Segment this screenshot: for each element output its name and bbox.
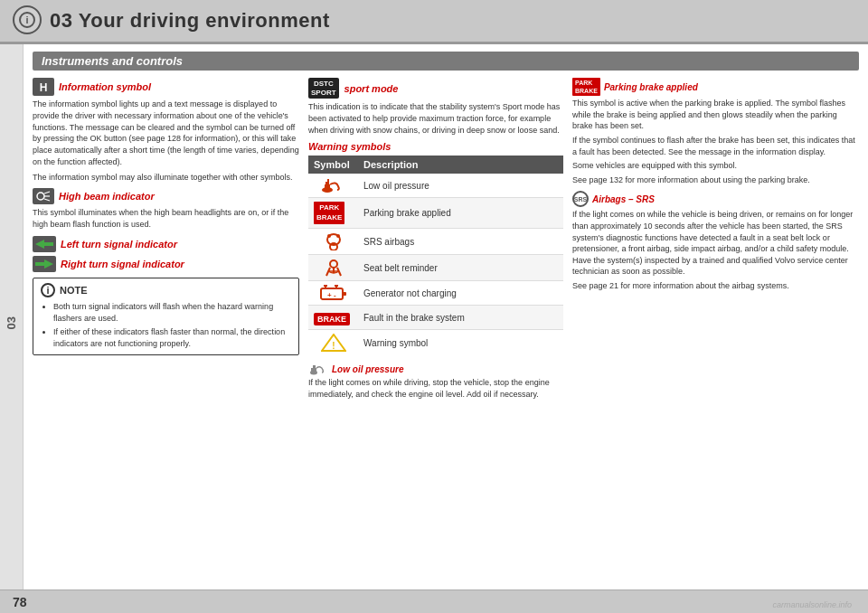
parking-brake-heading-row: PARKBRAKE Parking brake applied	[572, 78, 859, 96]
parking-brake-body4: See page 132 for more information about …	[572, 174, 859, 186]
svg-point-21	[330, 260, 337, 268]
section-header: Instruments and controls	[33, 52, 859, 71]
generator-label: Generator not charging	[358, 281, 563, 306]
parking-brake-body1: This symbol is active when the parking b…	[572, 98, 859, 132]
svg-rect-15	[327, 179, 329, 183]
watermark: carmanualsonline.info	[772, 600, 852, 609]
svg-rect-9	[44, 242, 53, 246]
brake-label: Fault in the brake system	[358, 306, 563, 330]
left-turn-label: Left turn signal indicator	[61, 239, 177, 250]
left-turn-row: Left turn signal indicator	[33, 236, 299, 252]
oil-pressure-bottom-body: If the light comes on while driving, sto…	[308, 377, 563, 400]
srs-label: SRS airbags	[358, 229, 563, 255]
svg-text:H: H	[40, 81, 48, 94]
table-row-brake: BRAKE Fault in the brake system	[308, 306, 563, 330]
middle-column: DSTCSPORT sport mode This indication is …	[308, 78, 563, 591]
table-row-oil: Low oil pressure	[308, 174, 563, 198]
dstc-heading-row: DSTCSPORT sport mode	[308, 78, 563, 99]
svg-line-5	[44, 192, 50, 193]
table-row-generator: + - Generator not charging	[308, 281, 563, 306]
chapter-icon: i	[13, 5, 42, 34]
generator-icon: + -	[314, 285, 353, 301]
svg-rect-27	[343, 292, 346, 296]
note-box: i NOTE Both turn signal indicators will …	[33, 278, 299, 355]
parking-brake-body2: If the symbol continues to flash after t…	[572, 135, 859, 157]
note-item-2: If either of these indicators flash fast…	[53, 326, 291, 350]
airbag-heading-icon: SRS	[572, 191, 589, 207]
note-header-row: i NOTE	[41, 283, 291, 297]
airbag-body1: If the light comes on while the vehicle …	[572, 209, 859, 278]
belt-icon	[314, 259, 353, 277]
oil-pressure-bottom-heading-text: Low oil pressure	[332, 364, 403, 374]
svg-rect-37	[313, 365, 316, 368]
note-list: Both turn signal indicators will flash w…	[53, 301, 291, 350]
note-icon: i	[41, 283, 55, 297]
svg-point-4	[37, 193, 44, 200]
info-symbol-body2: The information symbol may also illumina…	[33, 172, 299, 184]
brake-icon: BRAKE	[314, 313, 350, 325]
info-symbol-icon: H	[33, 78, 54, 96]
table-row-warning: ! Warning symbol	[308, 330, 563, 356]
parking-brake-icon: PARKBRAKE	[314, 202, 344, 224]
warning-symbols-table: Symbol Description	[308, 156, 563, 355]
warning-label: Warning symbol	[358, 330, 563, 356]
srs-icon	[314, 232, 353, 250]
table-row-srs: SRS airbags	[308, 229, 563, 255]
note-heading: NOTE	[60, 285, 88, 296]
svg-point-19	[336, 234, 340, 238]
high-beam-icon	[33, 188, 54, 204]
table-header-symbol: Symbol	[308, 156, 358, 174]
svg-point-18	[327, 234, 331, 238]
info-symbol-heading: Information symbol	[59, 81, 151, 92]
parking-brake-body3: Some vehicles are equipped with this sym…	[572, 160, 859, 172]
page-number: 78	[13, 595, 27, 609]
svg-marker-8	[35, 240, 44, 249]
parking-brake-heading-text: Parking brake applied	[604, 82, 698, 92]
table-row-park: PARKBRAKE Parking brake applied	[308, 198, 563, 229]
svg-rect-36	[311, 368, 316, 373]
left-turn-icon	[33, 236, 56, 252]
svg-text:+ -: + -	[327, 291, 336, 299]
oil-pressure-label: Low oil pressure	[358, 174, 563, 198]
left-column: H Information symbol The information sym…	[33, 78, 299, 591]
svg-text:i: i	[25, 14, 28, 25]
airbag-heading-text: Airbags – SRS	[592, 194, 655, 204]
table-header-description: Description	[358, 156, 563, 174]
right-turn-icon	[33, 256, 56, 272]
warning-symbols-heading: Warning symbols	[308, 141, 563, 152]
info-symbol-heading-row: H Information symbol	[33, 78, 299, 96]
parking-brake-heading-icon: PARKBRAKE	[572, 78, 600, 96]
note-item-1: Both turn signal indicators will flash w…	[53, 301, 291, 325]
table-row-belt: Seat belt reminder	[308, 255, 563, 281]
info-symbol-body: The information symbol lights up and a t…	[33, 99, 299, 168]
belt-label: Seat belt reminder	[358, 255, 563, 281]
dstc-badge: DSTCSPORT	[308, 78, 339, 99]
high-beam-heading: High beam indicator	[59, 191, 155, 202]
dstc-heading-label: sport mode	[344, 83, 399, 94]
main-content: 03 Instruments and controls H Informatio…	[0, 44, 868, 601]
high-beam-heading-row: High beam indicator	[33, 188, 299, 204]
svg-line-7	[44, 199, 50, 201]
svg-marker-10	[44, 259, 53, 269]
right-turn-label: Right turn signal indicator	[61, 259, 184, 269]
parking-brake-label: Parking brake applied	[358, 198, 563, 229]
content-area: Instruments and controls H Information s…	[24, 44, 868, 601]
airbag-heading-row: SRS Airbags – SRS	[572, 191, 859, 207]
page-footer: 78 carmanualsonline.info	[0, 589, 868, 613]
page-title: 03 Your driving environment	[50, 9, 330, 33]
right-column: PARKBRAKE Parking brake applied This sym…	[572, 78, 859, 591]
right-turn-row: Right turn signal indicator	[33, 256, 299, 272]
dstc-body: This indication is to indicate that the …	[308, 101, 563, 136]
chapter-side-tab: 03	[0, 44, 24, 601]
three-column-layout: H Information symbol The information sym…	[33, 78, 859, 591]
chapter-number: 03	[5, 316, 18, 329]
oil-pressure-bottom-heading: Low oil pressure	[308, 363, 563, 375]
airbag-body2: See page 21 for more information about t…	[572, 280, 859, 292]
warning-icon: !	[314, 334, 353, 352]
oil-pressure-icon	[314, 177, 353, 193]
svg-rect-11	[35, 262, 44, 266]
high-beam-body: This symbol illuminates when the high be…	[33, 207, 299, 231]
page-header: i 03 Your driving environment	[0, 0, 868, 44]
svg-text:!: !	[332, 341, 335, 351]
